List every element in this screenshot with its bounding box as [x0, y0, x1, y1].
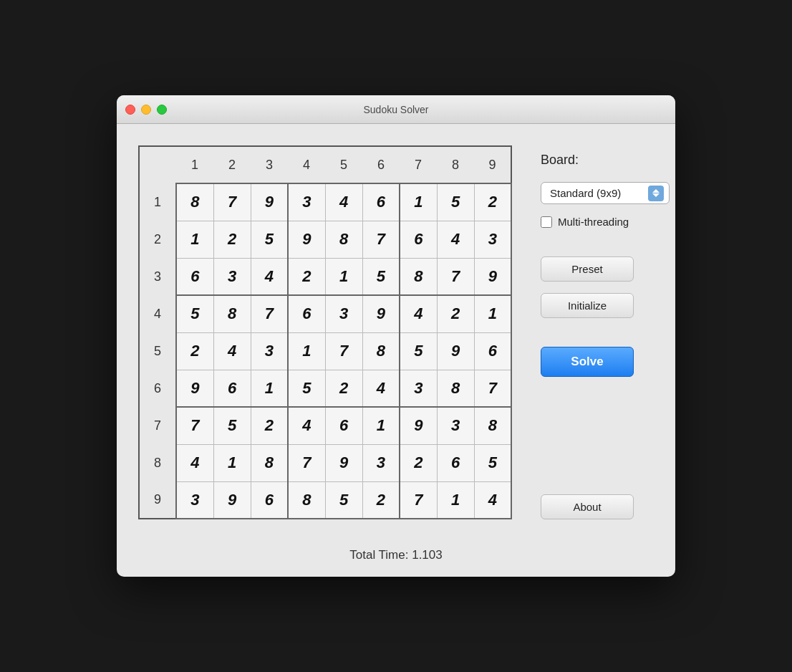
cell-r3-c9[interactable]: 9: [474, 258, 511, 295]
cell-r5-c4[interactable]: 1: [288, 332, 325, 370]
cell-r6-c9[interactable]: 7: [474, 370, 511, 407]
cell-r3-c5[interactable]: 1: [325, 258, 362, 295]
cell-r2-c3[interactable]: 5: [251, 221, 288, 258]
cell-r7-c8[interactable]: 3: [437, 407, 474, 444]
cell-r6-c1[interactable]: 9: [176, 370, 213, 407]
cell-r1-c4[interactable]: 3: [288, 183, 325, 221]
cell-r9-c9[interactable]: 4: [474, 481, 511, 519]
total-time-label: Total Time: 1.103: [349, 548, 442, 562]
cell-r8-c8[interactable]: 6: [437, 444, 474, 481]
multithreading-label[interactable]: Multi-threading: [558, 216, 629, 228]
cell-r4-c7[interactable]: 4: [400, 295, 437, 332]
cell-r5-c2[interactable]: 4: [213, 332, 251, 370]
cell-r6-c2[interactable]: 6: [213, 370, 251, 407]
cell-r1-c3[interactable]: 9: [251, 183, 288, 221]
cell-r4-c2[interactable]: 8: [213, 295, 251, 332]
cell-r7-c4[interactable]: 4: [288, 407, 325, 444]
cell-r1-c7[interactable]: 1: [400, 183, 437, 221]
multithreading-checkbox[interactable]: [541, 216, 552, 228]
cell-r6-c5[interactable]: 2: [325, 370, 362, 407]
minimize-button[interactable]: [141, 105, 151, 115]
cell-r9-c7[interactable]: 7: [400, 481, 437, 519]
cell-r1-c9[interactable]: 2: [474, 183, 511, 221]
cell-r7-c6[interactable]: 1: [362, 407, 400, 444]
cell-r4-c9[interactable]: 1: [474, 295, 511, 332]
cell-r6-c3[interactable]: 1: [251, 370, 288, 407]
sudoku-table: 1234567891879346152212598764336342158794…: [138, 145, 512, 519]
board-select-wrapper: Standard (9x9)4x416x16: [541, 182, 670, 204]
cell-r8-c3[interactable]: 8: [251, 444, 288, 481]
row-header-1: 1: [139, 183, 176, 221]
col-header-5: 5: [325, 146, 362, 183]
about-button[interactable]: About: [541, 494, 634, 519]
cell-r5-c7[interactable]: 5: [400, 332, 437, 370]
cell-r3-c3[interactable]: 4: [251, 258, 288, 295]
cell-r7-c3[interactable]: 2: [251, 407, 288, 444]
table-row: 9396852714: [139, 481, 511, 519]
cell-r7-c9[interactable]: 8: [474, 407, 511, 444]
cell-r5-c3[interactable]: 3: [251, 332, 288, 370]
cell-r3-c2[interactable]: 3: [213, 258, 251, 295]
cell-r1-c1[interactable]: 8: [176, 183, 213, 221]
cell-r8-c6[interactable]: 3: [362, 444, 400, 481]
cell-r3-c7[interactable]: 8: [400, 258, 437, 295]
maximize-button[interactable]: [157, 105, 167, 115]
cell-r8-c4[interactable]: 7: [288, 444, 325, 481]
cell-r9-c3[interactable]: 6: [251, 481, 288, 519]
cell-r3-c8[interactable]: 7: [437, 258, 474, 295]
cell-r5-c6[interactable]: 8: [362, 332, 400, 370]
cell-r4-c5[interactable]: 3: [325, 295, 362, 332]
cell-r3-c6[interactable]: 5: [362, 258, 400, 295]
cell-r3-c1[interactable]: 6: [176, 258, 213, 295]
cell-r8-c5[interactable]: 9: [325, 444, 362, 481]
cell-r7-c2[interactable]: 5: [213, 407, 251, 444]
solve-button[interactable]: Solve: [541, 347, 634, 377]
cell-r6-c8[interactable]: 8: [437, 370, 474, 407]
cell-r2-c9[interactable]: 3: [474, 221, 511, 258]
board-select[interactable]: Standard (9x9)4x416x16: [541, 182, 670, 204]
cell-r2-c1[interactable]: 1: [176, 221, 213, 258]
cell-r2-c5[interactable]: 8: [325, 221, 362, 258]
cell-r6-c4[interactable]: 5: [288, 370, 325, 407]
cell-r3-c4[interactable]: 2: [288, 258, 325, 295]
cell-r4-c8[interactable]: 2: [437, 295, 474, 332]
cell-r2-c4[interactable]: 9: [288, 221, 325, 258]
initialize-button[interactable]: Initialize: [541, 293, 634, 318]
cell-r4-c3[interactable]: 7: [251, 295, 288, 332]
cell-r6-c7[interactable]: 3: [400, 370, 437, 407]
cell-r9-c2[interactable]: 9: [213, 481, 251, 519]
footer: Total Time: 1.103: [117, 541, 675, 577]
close-button[interactable]: [125, 105, 135, 115]
cell-r1-c8[interactable]: 5: [437, 183, 474, 221]
row-header-4: 4: [139, 295, 176, 332]
cell-r8-c1[interactable]: 4: [176, 444, 213, 481]
cell-r9-c8[interactable]: 1: [437, 481, 474, 519]
cell-r1-c6[interactable]: 6: [362, 183, 400, 221]
cell-r2-c8[interactable]: 4: [437, 221, 474, 258]
cell-r2-c2[interactable]: 2: [213, 221, 251, 258]
cell-r2-c6[interactable]: 7: [362, 221, 400, 258]
cell-r8-c7[interactable]: 2: [400, 444, 437, 481]
cell-r7-c5[interactable]: 6: [325, 407, 362, 444]
cell-r5-c9[interactable]: 6: [474, 332, 511, 370]
cell-r2-c7[interactable]: 6: [400, 221, 437, 258]
cell-r9-c6[interactable]: 2: [362, 481, 400, 519]
cell-r6-c6[interactable]: 4: [362, 370, 400, 407]
cell-r5-c5[interactable]: 7: [325, 332, 362, 370]
cell-r5-c1[interactable]: 2: [176, 332, 213, 370]
cell-r9-c5[interactable]: 5: [325, 481, 362, 519]
cell-r1-c2[interactable]: 7: [213, 183, 251, 221]
cell-r8-c2[interactable]: 1: [213, 444, 251, 481]
col-header-3: 3: [251, 146, 288, 183]
cell-r9-c1[interactable]: 3: [176, 481, 213, 519]
cell-r7-c1[interactable]: 7: [176, 407, 213, 444]
preset-button[interactable]: Preset: [541, 256, 634, 282]
cell-r4-c1[interactable]: 5: [176, 295, 213, 332]
cell-r5-c8[interactable]: 9: [437, 332, 474, 370]
cell-r8-c9[interactable]: 5: [474, 444, 511, 481]
cell-r4-c4[interactable]: 6: [288, 295, 325, 332]
cell-r9-c4[interactable]: 8: [288, 481, 325, 519]
cell-r4-c6[interactable]: 9: [362, 295, 400, 332]
cell-r1-c5[interactable]: 4: [325, 183, 362, 221]
cell-r7-c7[interactable]: 9: [400, 407, 437, 444]
